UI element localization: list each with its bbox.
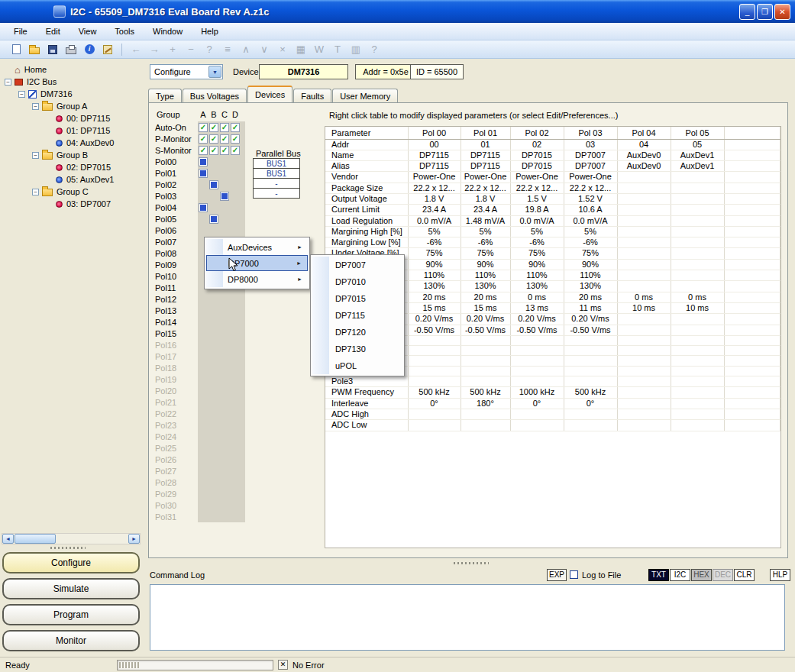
bus-empty-cell[interactable]: [230, 340, 241, 351]
bus-empty-cell[interactable]: [230, 386, 241, 396]
menu-item-edit[interactable]: Edit: [37, 24, 69, 38]
scroll-left-arrow-icon[interactable]: ◄: [2, 534, 14, 544]
bus-empty-cell[interactable]: [219, 454, 230, 465]
bus-empty-cell[interactable]: [219, 500, 230, 511]
menu-item-help[interactable]: Help: [192, 24, 228, 38]
table-view-button[interactable]: ▥: [347, 42, 364, 57]
trace-button[interactable]: T: [329, 42, 346, 57]
menu-item-tools[interactable]: Tools: [105, 24, 144, 38]
bus-empty-cell[interactable]: [208, 409, 219, 419]
simulate-nav-button[interactable]: Simulate: [2, 578, 140, 599]
tab-type[interactable]: Type: [148, 89, 182, 102]
table-row[interactable]: ADC High: [325, 409, 780, 419]
bus-empty-cell[interactable]: [219, 386, 230, 396]
table-row[interactable]: Margining Low [%]-6%-6%-6%-6%: [325, 237, 780, 248]
checkbox-checked[interactable]: ✓: [231, 134, 240, 144]
open-file-button[interactable]: [26, 42, 43, 57]
bus-empty-cell[interactable]: [230, 443, 241, 454]
tree-item-05-auxdev1[interactable]: 05: AuxDev1: [0, 173, 142, 186]
configure-nav-button[interactable]: Configure: [2, 552, 140, 573]
bus-empty-cell[interactable]: [219, 214, 230, 225]
bus-empty-cell[interactable]: [230, 431, 241, 442]
tab-devices[interactable]: Devices: [247, 86, 292, 102]
log-to-file-checkbox[interactable]: [570, 570, 578, 579]
bus-empty-cell[interactable]: [230, 409, 241, 419]
bus-empty-cell[interactable]: [219, 431, 230, 442]
table-row[interactable]: Pole3: [325, 376, 780, 387]
bus-empty-cell[interactable]: [219, 168, 230, 179]
checkbox-checked[interactable]: ✓: [209, 146, 218, 155]
about-info-button[interactable]: i: [81, 42, 98, 57]
log-button-dec[interactable]: DEC: [713, 569, 733, 581]
bus-empty-cell[interactable]: [230, 500, 241, 511]
bus-empty-cell[interactable]: [198, 328, 208, 339]
export-button[interactable]: EXP: [547, 569, 567, 581]
bus-empty-cell[interactable]: [208, 294, 219, 305]
log-splitter-handle[interactable]: [454, 562, 489, 564]
bus-assign-cell[interactable]: [199, 203, 208, 212]
tree-item-group-b[interactable]: −Group B: [0, 149, 142, 161]
tree-expand-icon[interactable]: −: [32, 103, 39, 110]
bus-empty-cell[interactable]: [219, 340, 230, 351]
table-row[interactable]: Load Regulation0.0 mV/A1.48 mV/A0.0 mV/A…: [325, 215, 780, 226]
log-button-hex[interactable]: HEX: [691, 569, 712, 581]
bus-empty-cell[interactable]: [230, 454, 241, 465]
monitor-nav-button[interactable]: Monitor: [2, 630, 140, 651]
new-file-button[interactable]: [8, 42, 24, 57]
bus-empty-cell[interactable]: [230, 214, 241, 225]
help-button[interactable]: ?: [366, 42, 383, 57]
bus-empty-cell[interactable]: [208, 500, 219, 511]
bus-empty-cell[interactable]: [219, 409, 230, 419]
bus-empty-cell[interactable]: [230, 374, 241, 385]
bus-empty-cell[interactable]: [198, 397, 208, 408]
bus-empty-cell[interactable]: [208, 443, 219, 454]
menu-item-window[interactable]: Window: [144, 24, 192, 38]
tree-expand-icon[interactable]: −: [18, 91, 25, 98]
tree-item-i2c-bus[interactable]: −I2C Bus: [0, 76, 142, 88]
write-log-button[interactable]: [99, 42, 116, 57]
tab-bus-voltages[interactable]: Bus Voltages: [183, 89, 247, 102]
save-file-button[interactable]: [44, 42, 61, 57]
bus-empty-cell[interactable]: [208, 489, 219, 499]
tree-expand-icon[interactable]: −: [5, 79, 11, 86]
bus-empty-cell[interactable]: [208, 202, 219, 213]
move-down-button[interactable]: ∨: [256, 42, 273, 57]
checkbox-checked[interactable]: ✓: [220, 123, 229, 132]
bus-empty-cell[interactable]: [230, 466, 241, 477]
bus-empty-cell[interactable]: [230, 168, 241, 179]
bus-empty-cell[interactable]: [230, 317, 241, 328]
bus-empty-cell[interactable]: [198, 443, 208, 454]
table-row[interactable]: Current Limit23.4 A23.4 A19.8 A10.6 A: [325, 205, 780, 215]
bus-empty-cell[interactable]: [219, 477, 230, 488]
bus-assign-cell[interactable]: [209, 215, 218, 224]
bus-empty-cell[interactable]: [219, 157, 230, 167]
submenu-item-dp7010[interactable]: DP7010: [312, 273, 402, 290]
chevron-down-icon[interactable]: ▼: [208, 66, 221, 78]
checkbox-checked[interactable]: ✓: [199, 146, 208, 155]
log-button-hlp[interactable]: HLP: [770, 569, 790, 581]
checkbox-checked[interactable]: ✓: [231, 146, 240, 155]
bus-empty-cell[interactable]: [198, 191, 208, 202]
bus-empty-cell[interactable]: [198, 489, 208, 499]
bus-empty-cell[interactable]: [230, 363, 241, 373]
bus-empty-cell[interactable]: [198, 466, 208, 477]
command-log-output[interactable]: [150, 584, 785, 651]
bus-empty-cell[interactable]: [219, 420, 230, 431]
tree-item-01-dp7115[interactable]: 01: DP7115: [0, 124, 142, 137]
close-button[interactable]: ✕: [774, 4, 790, 20]
list-view-button[interactable]: ≡: [219, 42, 236, 57]
bus-empty-cell[interactable]: [208, 477, 219, 488]
tab-faults[interactable]: Faults: [293, 89, 331, 102]
bus-empty-cell[interactable]: [230, 328, 241, 339]
bus-empty-cell[interactable]: [208, 351, 219, 362]
bus-empty-cell[interactable]: [230, 512, 241, 522]
bus-empty-cell[interactable]: [208, 340, 219, 351]
table-row[interactable]: Output Voltage1.8 V1.8 V1.5 V1.52 V: [325, 193, 780, 204]
bus-empty-cell[interactable]: [198, 431, 208, 442]
bus-empty-cell[interactable]: [219, 512, 230, 522]
table-row[interactable]: VendorPower-OnePower-OnePower-OnePower-O…: [325, 172, 780, 183]
tree-expand-icon[interactable]: −: [32, 189, 39, 195]
bus-empty-cell[interactable]: [198, 454, 208, 465]
table-row[interactable]: Interleave0°180°0°0°: [325, 398, 780, 409]
add-item-button[interactable]: +: [164, 42, 181, 57]
